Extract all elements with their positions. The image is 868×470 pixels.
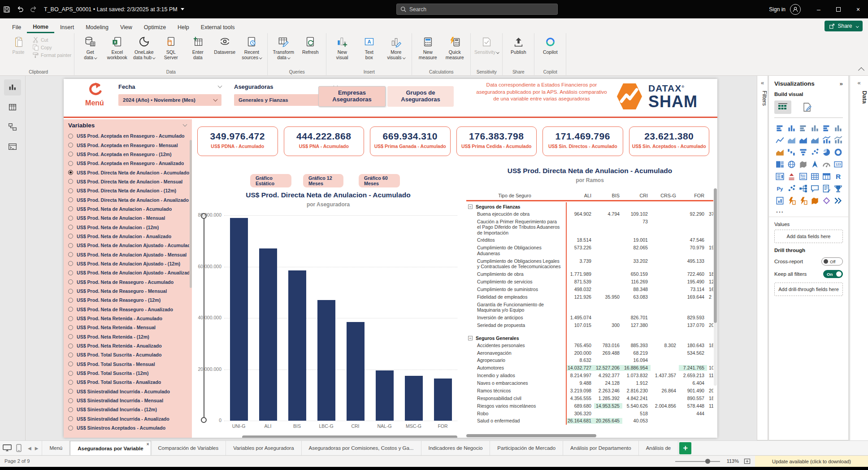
ribbon-tab-file[interactable]: File <box>6 22 27 33</box>
table-row[interactable]: Automotores14.032.72712.527.20616.886.95… <box>466 364 713 372</box>
table-row[interactable]: Accidentes personales765.450783.016885.3… <box>466 342 713 349</box>
table-row[interactable]: Caución a Primer Requerimiento para el P… <box>466 218 713 236</box>
variable-radio-option[interactable]: US$ Siniestralidad Incurrida - Mensual <box>68 396 189 405</box>
grupos-aseguradoras-button[interactable]: Grupos de Aseguradoras <box>387 86 454 107</box>
desktop-layout-icon[interactable] <box>3 444 12 452</box>
text-box-button[interactable]: AText box <box>356 34 382 60</box>
new-page-button[interactable]: + <box>679 442 691 454</box>
enter-data-button[interactable]: Enter data <box>185 34 211 60</box>
empresas-aseguradoras-button[interactable]: Empresas Aseguradoras <box>318 86 386 107</box>
new-visual-button[interactable]: New visual <box>329 34 355 60</box>
variable-radio-option[interactable]: US$ Siniestralidad Incurrida - Acumulado <box>68 387 189 396</box>
donut-chart-icon[interactable] <box>833 147 843 157</box>
copilot-button[interactable]: Copilot <box>537 34 563 55</box>
variable-radio-option[interactable]: US$ Prod. Neta de Anulacion Ajustado - A… <box>68 241 189 250</box>
collapse-ribbon-icon[interactable] <box>858 67 864 74</box>
variable-radio-option[interactable]: US$ Prod. Total Suscrita - Anualizado <box>68 378 189 387</box>
map-icon[interactable] <box>786 159 797 170</box>
ribbon-tab-view[interactable]: View <box>114 22 138 33</box>
share-button[interactable]: Share <box>825 21 863 31</box>
kpi-card[interactable]: 171.469.796US$ Sin. Directos - Acumulado <box>542 126 623 156</box>
next-page-arrow[interactable]: ▶ <box>35 446 39 451</box>
ribbon-tab-optimize[interactable]: Optimize <box>138 22 172 33</box>
close-button[interactable]: × <box>848 0 868 18</box>
bar[interactable] <box>230 218 248 421</box>
data-pane-collapsed[interactable]: « Data <box>850 76 868 440</box>
bar[interactable] <box>434 379 452 421</box>
sensitivity-button[interactable]: Sensitivity <box>473 34 499 55</box>
sql-server-button[interactable]: SQL Server <box>158 34 184 60</box>
page-tab[interactable]: Análisis por Departamento <box>563 441 639 455</box>
kpi-icon[interactable] <box>786 171 797 182</box>
bar[interactable] <box>259 248 277 421</box>
metrics-icon[interactable] <box>833 183 843 194</box>
table-group-row[interactable]: −Seguros Generales <box>466 334 713 342</box>
ribbon-tab-modeling[interactable]: Modeling <box>80 22 114 33</box>
table-row[interactable]: Buena ejecución de obra964.9024.794109.1… <box>466 210 713 218</box>
clustered-bar-chart-icon[interactable] <box>798 122 808 133</box>
collapse-icon[interactable]: − <box>468 205 473 209</box>
azure-map-icon[interactable] <box>809 159 820 170</box>
bar[interactable] <box>405 376 423 421</box>
variable-radio-option[interactable]: US$ Prod. Aceptada en Reaseguro - Acumul… <box>68 131 189 140</box>
save-icon[interactable] <box>0 4 13 15</box>
minimize-button[interactable]: – <box>809 0 829 18</box>
stacked-column-chart-icon[interactable] <box>786 122 797 133</box>
variable-radio-option[interactable]: US$ Prod. Neta Retenida - Anualizado <box>68 341 189 350</box>
page-tab[interactable]: Menú <box>42 441 70 455</box>
table-row[interactable]: Garantía de Funcionamiento de Maquinaria… <box>466 300 713 313</box>
ribbon-tab-help[interactable]: Help <box>172 22 195 33</box>
variable-radio-option[interactable]: US$ Prod. Total Suscrita - Acumulado <box>68 350 189 359</box>
variable-radio-option[interactable]: US$ Prod. Neta de Reaseguro - Anualizado <box>68 305 189 314</box>
power-automate-icon[interactable] <box>798 195 808 206</box>
variable-radio-option[interactable]: US$ Prod. Neta Retenida - (12m) <box>68 332 189 341</box>
more-visuals-button[interactable]: More visuals <box>383 34 409 60</box>
slicer-icon[interactable] <box>798 171 808 182</box>
grafico-estatico-button[interactable]: Gráfico Estático <box>250 174 291 187</box>
custom-visual-icon[interactable] <box>821 195 832 206</box>
variable-radio-option[interactable]: US$ Prod. Aceptada en Reaseguro - (12m) <box>68 150 189 159</box>
undo-icon[interactable] <box>13 4 27 15</box>
excel-workbook-button[interactable]: XExcel workbook <box>104 34 130 60</box>
paste-button[interactable]: Paste <box>5 34 31 55</box>
table-row[interactable]: Agropecuario8.63216.094 <box>466 357 713 364</box>
gauge-icon[interactable] <box>821 159 832 170</box>
close-page-icon[interactable]: × <box>147 442 149 447</box>
format-visual-tab[interactable] <box>799 100 816 114</box>
bar[interactable] <box>317 300 335 421</box>
variable-radio-option[interactable]: US$ Prod. Neta de Reaseguro - (12m) <box>68 296 189 305</box>
table-row[interactable]: Créditos18.51419.00147.546 <box>466 236 713 244</box>
stacked-bar-chart-icon[interactable] <box>774 122 785 133</box>
waterfall-chart-icon[interactable] <box>786 147 797 157</box>
model-view-icon[interactable] <box>4 119 21 135</box>
variable-radio-option[interactable]: US$ Prod. Neta de Anulacion Ajustado - A… <box>68 268 189 277</box>
cross-report-toggle[interactable]: Off <box>821 257 843 265</box>
report-view-icon[interactable] <box>4 79 21 96</box>
variable-radio-option[interactable]: US$ Prod. Neta de Anulacion - (12m) <box>68 222 189 231</box>
card-icon[interactable] <box>833 159 843 170</box>
recent-sources-button[interactable]: Recent sources <box>239 34 265 60</box>
account-avatar[interactable] <box>790 4 801 15</box>
fecha-dropdown[interactable]: 2024 (Año) • Noviembre (Mes) <box>118 94 221 106</box>
search-input[interactable]: Search <box>396 4 558 15</box>
cut-button[interactable]: Cut <box>32 36 71 43</box>
r-script-visual-icon[interactable] <box>833 171 843 182</box>
table-icon[interactable] <box>809 171 820 182</box>
variable-radio-option[interactable]: US$ Prod. Neta de Anulacion Ajustado - M… <box>68 250 189 259</box>
zoom-slider[interactable] <box>675 461 720 462</box>
kpi-card[interactable]: 444.222.868US$ PNA - Acumulado <box>284 126 365 156</box>
transform-data-button[interactable]: Transform data <box>270 34 296 60</box>
decomposition-tree-icon[interactable] <box>798 183 808 194</box>
grafico-60-meses-button[interactable]: Gráfico 60 Meses <box>359 174 400 187</box>
variable-radio-option[interactable]: US$ Prod. Total Suscrita - Mensual <box>68 360 189 369</box>
treemap-icon[interactable] <box>774 159 785 170</box>
table-row[interactable]: Aeronavegación200.000269.48868.219534.56… <box>466 349 713 357</box>
sign-in-link[interactable]: Sign in <box>769 6 786 13</box>
previous-page-arrow[interactable]: ◀ <box>28 446 31 451</box>
python-visual-icon[interactable] <box>774 183 785 194</box>
pie-chart-icon[interactable] <box>821 147 832 157</box>
table-row[interactable]: Cumplimiento de suministros498.03288.348… <box>466 286 713 293</box>
table-row[interactable]: Seriedad de propuesta107.015300127.38013… <box>466 322 713 329</box>
table-row[interactable]: Fidelidad de empleados121.92635.95063.08… <box>466 293 713 301</box>
scatter-chart-icon[interactable] <box>809 147 820 157</box>
